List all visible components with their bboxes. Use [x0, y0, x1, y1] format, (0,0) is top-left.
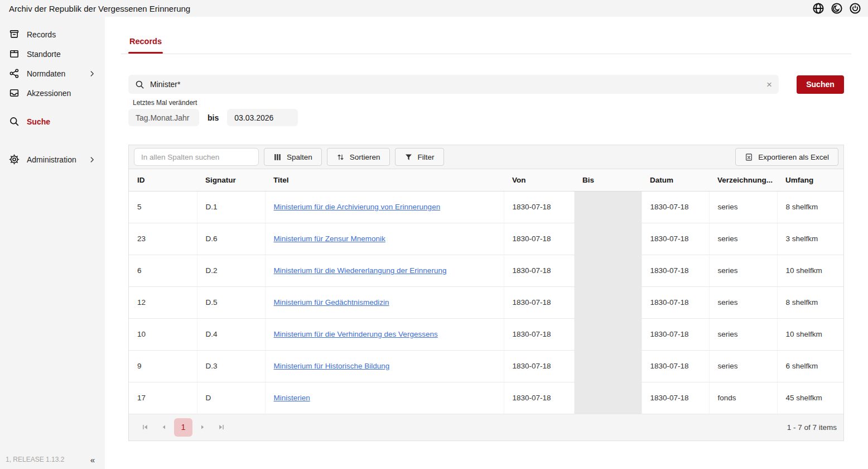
globe-icon[interactable]	[812, 2, 824, 15]
column-header-bis[interactable]: Bis	[574, 169, 642, 191]
date-from-input[interactable]	[136, 113, 192, 122]
record-title-link[interactable]: Ministerium für die Archivierung von Eri…	[274, 203, 441, 211]
cell-von: 1830-07-18	[504, 223, 574, 255]
cell-verzeichnung: fonds	[709, 382, 777, 414]
sidebar-item-label: Records	[27, 30, 56, 39]
sidebar-item-label: Akzessionen	[27, 89, 71, 98]
last-page-icon[interactable]	[212, 418, 231, 436]
storage-box-icon	[9, 49, 20, 59]
current-page-button[interactable]: 1	[174, 418, 192, 437]
records-grid: Spalten Sortieren Filter	[128, 145, 844, 441]
tab-records[interactable]: Records	[128, 37, 163, 54]
table-row: 23D.6Ministerium für Zensur Mnemonik1830…	[129, 223, 843, 255]
first-page-icon[interactable]	[136, 418, 155, 436]
moon-dark-mode-icon[interactable]	[831, 2, 843, 15]
sort-button[interactable]: Sortieren	[327, 148, 390, 166]
cell-verzeichnung: series	[709, 286, 777, 318]
record-title-link[interactable]: Ministerium für Historische Bildung	[274, 362, 390, 370]
sort-button-label: Sortieren	[350, 153, 380, 161]
sidebar-item-label: Suche	[27, 117, 50, 126]
cell-von: 1830-07-18	[504, 350, 574, 382]
cell-id: 6	[129, 255, 197, 286]
column-header-titel[interactable]: Titel	[265, 169, 504, 191]
cell-datum: 1830-07-18	[642, 191, 709, 223]
release-version: 1, RELEASE 1.13.2	[6, 456, 64, 463]
table-row: 5D.1Ministerium für die Archivierung von…	[129, 191, 843, 223]
export-excel-button[interactable]: Exportieren als Excel	[735, 148, 838, 166]
cell-datum: 1830-07-18	[642, 255, 709, 286]
table-row: 17DMinisterien1830-07-181830-07-18fonds4…	[129, 382, 843, 414]
collapse-sidebar-icon[interactable]: «	[90, 455, 95, 465]
date-to-wrap	[227, 109, 298, 126]
column-header-umfang[interactable]: Umfang	[777, 169, 843, 191]
cell-id: 10	[129, 318, 197, 350]
cell-signatur: D	[197, 382, 265, 414]
cell-bis	[574, 191, 642, 223]
search-icon	[135, 80, 144, 89]
cell-titel: Ministerium für die Wiedererlangung der …	[265, 255, 504, 286]
excel-file-icon	[745, 153, 753, 161]
cell-titel: Ministerium für die Verhinderung des Ver…	[265, 318, 504, 350]
column-header-von[interactable]: Von	[504, 169, 574, 191]
table-row: 10D.4Ministerium für die Verhinderung de…	[129, 318, 843, 350]
column-header-signatur[interactable]: Signatur	[197, 169, 265, 191]
search-box[interactable]: ×	[128, 75, 779, 94]
modified-filter-label: Letztes Mal verändert	[133, 99, 844, 107]
sidebar-item-akzessionen[interactable]: Akzessionen	[0, 83, 105, 103]
sidebar-item-label: Administration	[27, 155, 76, 164]
columns-button[interactable]: Spalten	[264, 148, 322, 166]
modified-filter: Letztes Mal verändert bis	[128, 99, 844, 126]
cell-signatur: D.6	[197, 223, 265, 255]
sidebar-item-suche[interactable]: Suche	[0, 112, 105, 131]
cell-id: 12	[129, 286, 197, 318]
record-title-link[interactable]: Ministerium für Zensur Mnemonik	[274, 234, 385, 243]
record-title-link[interactable]: Ministerium für Gedächtnismedizin	[274, 298, 389, 307]
date-range-separator: bis	[208, 113, 219, 122]
sidebar-item-label: Standorte	[27, 50, 61, 59]
sort-arrows-icon	[336, 153, 345, 161]
sidebar-item-administration[interactable]: Administration	[0, 150, 105, 169]
next-page-icon[interactable]	[193, 418, 212, 436]
tab-bar: Records	[121, 17, 851, 54]
previous-page-icon[interactable]	[155, 418, 173, 436]
grid-search-input[interactable]	[141, 153, 252, 161]
cell-umfang: 3 shelfkm	[777, 223, 843, 255]
cell-titel: Ministerium für Historische Bildung	[265, 350, 504, 382]
cell-titel: Ministerium für Zensur Mnemonik	[265, 223, 504, 255]
sidebar-item-normdaten[interactable]: Normdaten	[0, 64, 105, 83]
column-header-verzeichnung[interactable]: Verzeichnung...	[709, 169, 777, 191]
cell-datum: 1830-07-18	[642, 223, 709, 255]
power-logout-icon[interactable]	[849, 2, 861, 15]
cell-id: 9	[129, 350, 197, 382]
grid-search-wrap	[134, 148, 259, 166]
record-title-link[interactable]: Ministerium für die Wiedererlangung der …	[274, 266, 447, 275]
sidebar-item-records[interactable]: Records	[0, 25, 105, 44]
app-title: Archiv der Republik der Vergessenen Erin…	[9, 4, 190, 13]
search-input[interactable]	[150, 80, 766, 89]
date-range-row: bis	[128, 109, 844, 126]
archive-box-icon	[9, 29, 20, 40]
cell-titel: Ministerien	[265, 382, 504, 414]
date-to-input[interactable]	[234, 113, 291, 122]
column-header-datum[interactable]: Datum	[642, 169, 709, 191]
column-header-id[interactable]: ID	[129, 169, 197, 191]
filter-button[interactable]: Filter	[395, 148, 444, 166]
table-row: 6D.2Ministerium für die Wiedererlangung …	[129, 255, 843, 286]
cell-signatur: D.3	[197, 350, 265, 382]
columns-icon	[273, 153, 282, 161]
cell-bis	[574, 318, 642, 350]
record-title-link[interactable]: Ministerium für die Verhinderung des Ver…	[274, 330, 438, 338]
cell-von: 1830-07-18	[504, 191, 574, 223]
search-button[interactable]: Suchen	[797, 75, 844, 94]
cell-id: 23	[129, 223, 197, 255]
cell-datum: 1830-07-18	[642, 318, 709, 350]
search-row: × Suchen	[128, 75, 844, 94]
cell-umfang: 8 shelfkm	[777, 191, 843, 223]
table-row: 9D.3Ministerium für Historische Bildung1…	[129, 350, 843, 382]
sidebar-item-standorte[interactable]: Standorte	[0, 44, 105, 64]
cell-titel: Ministerium für die Archivierung von Eri…	[265, 191, 504, 223]
gear-icon	[9, 154, 20, 165]
clear-search-icon[interactable]: ×	[766, 80, 772, 89]
cell-bis	[574, 255, 642, 286]
record-title-link[interactable]: Ministerien	[274, 394, 310, 402]
